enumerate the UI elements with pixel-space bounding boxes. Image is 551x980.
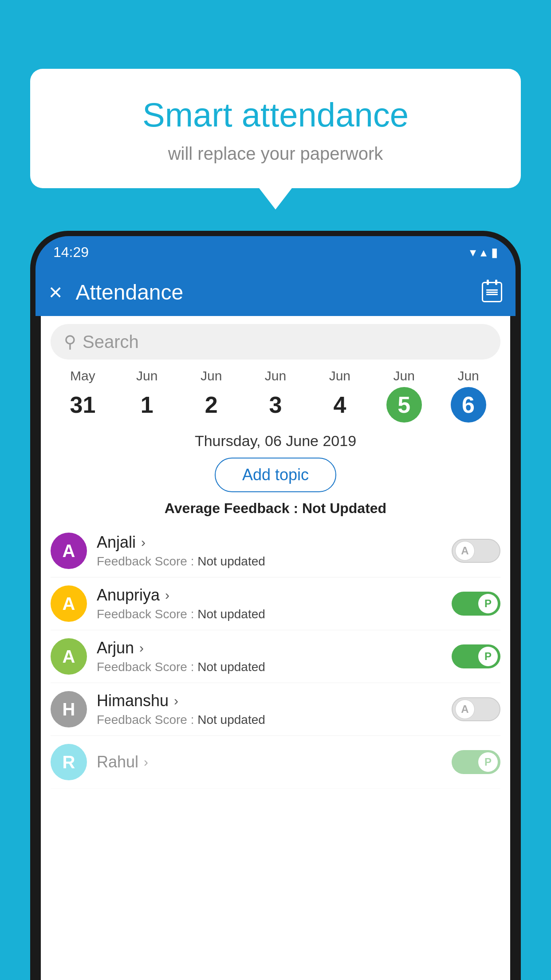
student-info: Rahul › — [97, 753, 442, 771]
calendar-icon[interactable] — [482, 282, 502, 302]
student-name: Arjun › — [97, 639, 442, 657]
student-name: Anupriya › — [97, 586, 442, 605]
avatar: A — [51, 638, 87, 675]
avatar: R — [51, 744, 87, 780]
student-info: Anupriya › Feedback Score : Not updated — [97, 586, 442, 621]
app-bar-title: Attendance — [75, 280, 468, 304]
date-item-jun1[interactable]: Jun 1 — [115, 368, 179, 423]
student-name: Rahul › — [97, 753, 442, 771]
table-row[interactable]: A Anjali › Feedback Score : Not updated … — [51, 525, 500, 577]
date-item-jun5[interactable]: Jun 5 — [372, 368, 436, 423]
chevron-right-icon: › — [174, 693, 178, 708]
phone-frame: 14:29 ▾ ▴ ▮ × Attendance ⚲ — [30, 231, 521, 980]
avatar: A — [51, 585, 87, 622]
status-bar: 14:29 ▾ ▴ ▮ — [35, 236, 516, 268]
student-feedback: Feedback Score : Not updated — [97, 660, 442, 674]
toggle-knob: P — [478, 647, 498, 666]
avg-feedback-value: Not Updated — [302, 500, 386, 516]
date-item-jun4[interactable]: Jun 4 — [307, 368, 372, 423]
student-feedback: Feedback Score : Not updated — [97, 713, 442, 727]
battery-icon: ▮ — [491, 245, 498, 260]
attendance-toggle[interactable]: A — [452, 697, 500, 721]
status-icons: ▾ ▴ ▮ — [470, 245, 498, 260]
toggle-knob: A — [455, 541, 475, 561]
chevron-right-icon: › — [139, 640, 144, 656]
speech-bubble: Smart attendance will replace your paper… — [30, 69, 521, 188]
date-strip: May 31 Jun 1 Jun 2 Jun 3 Jun 4 — [41, 364, 510, 423]
search-icon: ⚲ — [64, 332, 76, 352]
chevron-right-icon: › — [165, 588, 169, 603]
student-name: Himanshu › — [97, 692, 442, 710]
signal-icon: ▴ — [480, 245, 487, 260]
student-list: A Anjali › Feedback Score : Not updated … — [41, 525, 510, 789]
chevron-right-icon: › — [144, 755, 148, 770]
date-item-jun3[interactable]: Jun 3 — [244, 368, 308, 423]
speech-bubble-title: Smart attendance — [61, 95, 490, 134]
search-placeholder: Search — [83, 332, 139, 352]
speech-bubble-subtitle: will replace your paperwork — [61, 144, 490, 164]
date-item-jun2[interactable]: Jun 2 — [179, 368, 244, 423]
student-feedback: Feedback Score : Not updated — [97, 554, 442, 569]
avatar: H — [51, 691, 87, 727]
attendance-toggle[interactable]: P — [452, 750, 500, 774]
attendance-toggle[interactable]: P — [452, 644, 500, 668]
table-row[interactable]: A Arjun › Feedback Score : Not updated P — [51, 630, 500, 683]
add-topic-button[interactable]: Add topic — [215, 458, 336, 492]
wifi-icon: ▾ — [470, 245, 476, 260]
toggle-knob: P — [478, 752, 498, 772]
search-bar[interactable]: ⚲ Search — [51, 324, 500, 360]
table-row[interactable]: H Himanshu › Feedback Score : Not update… — [51, 683, 500, 736]
toggle-knob: P — [478, 594, 498, 613]
avatar: A — [51, 533, 87, 569]
screen-content: ⚲ Search May 31 Jun 1 Jun 2 Jun — [41, 316, 510, 980]
attendance-toggle[interactable]: A — [452, 539, 500, 563]
student-feedback: Feedback Score : Not updated — [97, 607, 442, 621]
avg-feedback: Average Feedback : Not Updated — [41, 500, 510, 517]
chevron-right-icon: › — [141, 535, 146, 550]
student-info: Himanshu › Feedback Score : Not updated — [97, 692, 442, 727]
selected-date-label: Thursday, 06 June 2019 — [41, 432, 510, 450]
attendance-toggle[interactable]: P — [452, 592, 500, 616]
app-bar: × Attendance — [35, 268, 516, 316]
table-row[interactable]: A Anupriya › Feedback Score : Not update… — [51, 577, 500, 630]
student-name: Anjali › — [97, 533, 442, 552]
student-info: Anjali › Feedback Score : Not updated — [97, 533, 442, 569]
status-time: 14:29 — [53, 244, 89, 261]
phone-inner: 14:29 ▾ ▴ ▮ × Attendance ⚲ — [35, 236, 516, 980]
date-item-jun6[interactable]: Jun 6 — [436, 368, 500, 423]
toggle-knob: A — [455, 699, 475, 719]
avg-feedback-label: Average Feedback : — [165, 500, 298, 516]
student-info: Arjun › Feedback Score : Not updated — [97, 639, 442, 674]
table-row[interactable]: R Rahul › P — [51, 736, 500, 789]
close-button[interactable]: × — [49, 279, 62, 305]
date-item-may31[interactable]: May 31 — [51, 368, 115, 423]
